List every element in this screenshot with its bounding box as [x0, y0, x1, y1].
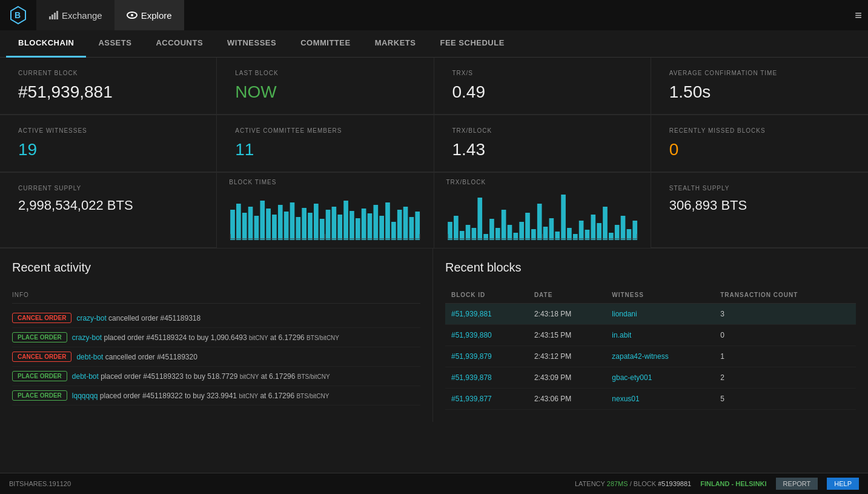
- logo[interactable]: B: [6, 3, 30, 27]
- activity-user[interactable]: debt-bot: [76, 353, 103, 361]
- block-id-link[interactable]: #51,939,881: [451, 310, 492, 318]
- svg-rect-53: [501, 210, 506, 240]
- date-cell: 2:43:18 PM: [528, 304, 606, 325]
- active-committee-cell: ACTIVE COMMITTEE MEMBERS 11: [217, 115, 434, 172]
- block-id-cell: #51,939,878: [445, 367, 528, 389]
- svg-rect-8: [230, 210, 235, 240]
- witness-link[interactable]: gbac-ety001: [612, 373, 652, 382]
- witness-link[interactable]: liondani: [612, 310, 637, 318]
- list-item: PLACE ORDER crazy-bot placed order #4511…: [12, 328, 420, 347]
- activity-user[interactable]: crazy-bot: [72, 333, 102, 342]
- svg-rect-35: [391, 222, 396, 240]
- missed-blocks-value: 0: [669, 140, 850, 159]
- svg-rect-28: [350, 211, 354, 240]
- activity-desc: placed order #451189323 to buy 518.7729 …: [99, 372, 330, 381]
- svg-rect-24: [326, 210, 331, 240]
- avg-confirm-label: AVERAGE CONFIRMATION TIME: [669, 70, 850, 76]
- nav-fee-schedule[interactable]: FEE SCHEDULE: [428, 30, 516, 58]
- witness-cell: zapata42-witness: [606, 346, 714, 367]
- activity-user[interactable]: crazy-bot: [76, 314, 106, 322]
- svg-rect-18: [290, 202, 295, 240]
- svg-rect-30: [362, 209, 366, 240]
- nav-blockchain[interactable]: BLOCKCHAIN: [6, 30, 86, 58]
- svg-rect-3: [51, 15, 53, 19]
- block-id-cell: #51,939,880: [445, 325, 528, 346]
- trx-block-value: 1.43: [452, 140, 632, 159]
- trx-s-label: TRX/S: [452, 70, 632, 76]
- svg-rect-39: [416, 212, 420, 240]
- trx-block2-label: TRX/BLOCK: [446, 179, 638, 185]
- stats-row-1: CURRENT BLOCK #51,939,881 LAST BLOCK NOW…: [0, 58, 868, 115]
- activity-desc: cancelled order #451189320: [103, 353, 197, 361]
- activity-text: debt-bot cancelled order #451189320: [76, 353, 420, 361]
- nav-markets[interactable]: MARKETS: [363, 30, 428, 58]
- witness-cell: gbac-ety001: [606, 367, 714, 389]
- hamburger-button[interactable]: ≡: [855, 8, 862, 22]
- witness-link[interactable]: nexus01: [612, 395, 639, 403]
- current-supply-label: CURRENT SUPPLY: [18, 185, 198, 192]
- date-cell: 2:43:15 PM: [528, 325, 606, 346]
- nav-assets[interactable]: ASSETS: [86, 30, 144, 58]
- svg-rect-58: [531, 229, 536, 240]
- svg-rect-67: [585, 230, 589, 240]
- activity-user[interactable]: debt-bot: [72, 372, 99, 381]
- current-block-label: CURRENT BLOCK: [18, 70, 198, 76]
- nav-witnesses[interactable]: WITNESSES: [215, 30, 288, 58]
- svg-rect-54: [507, 225, 512, 240]
- active-committee-value: 11: [235, 140, 415, 159]
- trx-s-cell: TRX/S 0.49: [434, 58, 651, 115]
- avg-confirm-value: 1.50s: [669, 82, 850, 102]
- nav-committee[interactable]: COMMITTEE: [288, 30, 363, 58]
- tx-count-cell: 5: [714, 389, 856, 410]
- svg-rect-19: [296, 217, 301, 240]
- svg-rect-44: [448, 222, 452, 240]
- block-id-link[interactable]: #51,939,880: [451, 331, 492, 339]
- witness-link[interactable]: in.abit: [612, 331, 631, 339]
- svg-rect-33: [380, 216, 385, 240]
- activity-text: crazy-bot placed order #451189324 to buy…: [72, 333, 420, 342]
- trx-block-label: TRX/BLOCK: [452, 127, 632, 134]
- activity-text: debt-bot placed order #451189323 to buy …: [72, 372, 420, 381]
- svg-rect-60: [543, 227, 548, 240]
- svg-rect-15: [272, 215, 277, 240]
- activity-info-header: INFO: [12, 287, 420, 304]
- block-id-link[interactable]: #51,939,879: [451, 352, 492, 361]
- activity-desc: cancelled order #451189318: [107, 314, 200, 322]
- recent-activity-panel: Recent activity INFO CANCEL ORDER crazy-…: [0, 249, 433, 422]
- witness-link[interactable]: zapata42-witness: [612, 352, 668, 361]
- missed-blocks-label: RECENTLY MISSED BLOCKS: [669, 127, 850, 134]
- svg-rect-31: [368, 213, 373, 240]
- block-id-link[interactable]: #51,939,878: [451, 373, 492, 382]
- svg-rect-36: [397, 210, 402, 240]
- witness-cell: liondani: [606, 304, 714, 325]
- recent-activity-title: Recent activity: [12, 261, 420, 275]
- svg-rect-59: [537, 204, 542, 240]
- col-block-id: BLOCK ID: [445, 287, 528, 304]
- block-id-link[interactable]: #51,939,877: [451, 395, 492, 403]
- svg-rect-21: [308, 213, 313, 240]
- missed-blocks-cell: RECENTLY MISSED BLOCKS 0: [651, 115, 868, 172]
- block-id-cell: #51,939,877: [445, 389, 528, 410]
- svg-rect-57: [525, 213, 530, 240]
- svg-rect-23: [320, 219, 325, 240]
- col-witness: WITNESS: [606, 287, 714, 304]
- svg-rect-4: [54, 13, 56, 19]
- activity-user[interactable]: lqqqqqq: [72, 392, 98, 400]
- main-content: Recent activity INFO CANCEL ORDER crazy-…: [0, 249, 868, 422]
- nav-accounts[interactable]: ACCOUNTS: [144, 30, 215, 58]
- exchange-nav[interactable]: Exchange: [36, 0, 114, 30]
- trx-block-chart-cell: TRX/BLOCK: [434, 173, 651, 248]
- svg-rect-34: [385, 202, 390, 240]
- top-nav: B Exchange Explore ≡: [0, 0, 868, 30]
- stealth-supply-cell: STEALTH SUPPLY 306,893 BTS: [651, 173, 868, 248]
- block-times-label: BLOCK TIMES: [229, 179, 421, 185]
- date-cell: 2:43:12 PM: [528, 346, 606, 367]
- svg-rect-37: [403, 207, 408, 240]
- explore-nav[interactable]: Explore: [114, 0, 184, 30]
- svg-rect-29: [356, 218, 360, 240]
- svg-rect-69: [597, 223, 601, 240]
- svg-rect-66: [578, 221, 583, 240]
- svg-rect-48: [471, 228, 476, 240]
- col-date: DATE: [528, 287, 606, 304]
- svg-rect-22: [314, 204, 319, 240]
